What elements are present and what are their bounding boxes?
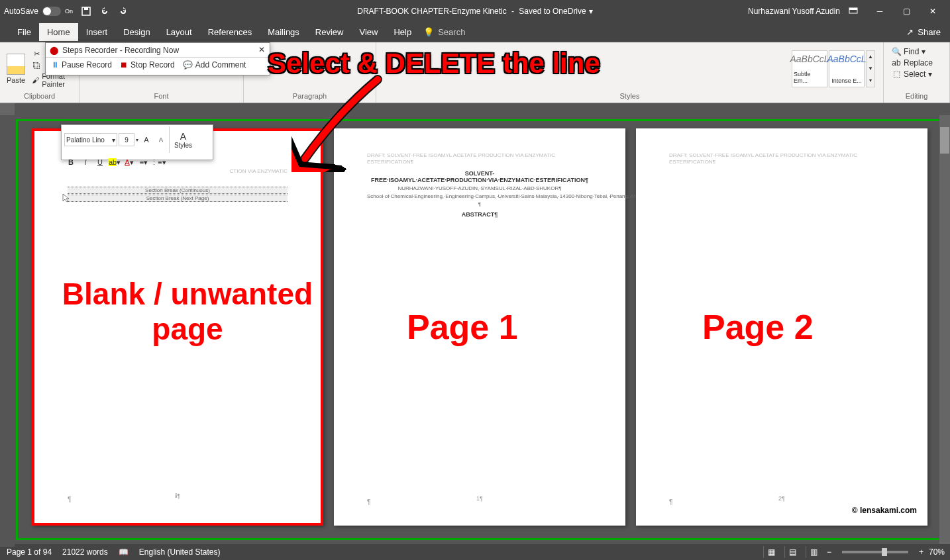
zoom-slider[interactable]: [842, 551, 908, 553]
document-title: DRAFT-BOOK CHAPTER-Enzyme Kinetic - Save…: [357, 7, 592, 16]
tab-file[interactable]: File: [9, 23, 39, 41]
search-box[interactable]: 💡 Search: [423, 27, 465, 37]
zoom-level[interactable]: 70%: [929, 547, 945, 557]
stop-record-button[interactable]: ⏹Stop Record: [120, 60, 175, 70]
toggle-switch[interactable]: [42, 7, 61, 16]
page-2[interactable]: DRAFT: SOLVENT-FREE ISOAMYL ACETATE PROD…: [636, 128, 927, 526]
lightbulb-icon: 💡: [423, 27, 434, 37]
autosave-toggle[interactable]: AutoSave On: [4, 7, 73, 16]
highlight-button[interactable]: ab▾: [108, 156, 121, 169]
print-layout-button[interactable]: ▤: [784, 546, 800, 558]
paragraph-mark: ¶: [367, 498, 370, 506]
paste-icon: [7, 54, 25, 75]
replace-button[interactable]: abReplace: [890, 58, 943, 68]
style-name: Intense E...: [831, 77, 862, 84]
share-icon: ↗: [906, 27, 914, 37]
add-comment-button[interactable]: 💬Add Comment: [183, 60, 246, 70]
maximize-button[interactable]: ▢: [893, 2, 920, 21]
stop-label: Stop Record: [131, 60, 175, 70]
page-1[interactable]: DRAFT: SOLVENT-FREE ISOAMYL ACETATE PROD…: [334, 128, 625, 526]
find-label: Find: [904, 47, 919, 56]
mini-styles-label: Styles: [174, 142, 192, 149]
numbering-button[interactable]: ⋮≡▾: [152, 156, 165, 169]
font-color-button[interactable]: A▾: [123, 156, 136, 169]
para-mark: ¶: [367, 201, 592, 207]
zoom-out-button[interactable]: −: [827, 547, 831, 557]
save-icon[interactable]: [81, 6, 91, 17]
zoom-thumb[interactable]: [882, 548, 887, 556]
horizontal-ruler[interactable]: [0, 103, 950, 115]
tab-mailings[interactable]: Mailings: [260, 23, 307, 41]
tab-layout[interactable]: Layout: [158, 23, 200, 41]
styles-gallery[interactable]: AaBbCcL Subtle Em... AaBbCcL Intense E..…: [792, 50, 875, 87]
tab-references[interactable]: References: [200, 23, 260, 41]
page-footer: 2¶: [636, 495, 927, 502]
bullets-button[interactable]: ≡▾: [137, 156, 150, 169]
share-button[interactable]: ↗ Share: [906, 27, 941, 37]
doc-authors: NURHAZWANI·YUSOFF·AZUDIN,·SYAMSUL·RIZAL·…: [367, 185, 592, 191]
select-label: Select: [904, 70, 925, 79]
select-button[interactable]: ⬚Select▾: [890, 69, 943, 79]
section-break-continuous[interactable]: Section Break (Continuous): [68, 187, 288, 194]
save-status[interactable]: Saved to OneDrive: [519, 7, 586, 16]
scrollbar-thumb[interactable]: [940, 127, 949, 154]
redo-icon[interactable]: [118, 6, 129, 17]
ribbon-display-icon[interactable]: [848, 6, 859, 17]
shrink-font-button[interactable]: A: [154, 133, 168, 146]
mini-toolbar[interactable]: Palatino Lino▾ 9 ▾ A A AStyles B I U ab▾…: [61, 124, 213, 160]
spellcheck-icon[interactable]: 📖: [119, 547, 129, 557]
underline-button[interactable]: U: [93, 156, 107, 169]
style-name: Subtle Em...: [794, 71, 825, 84]
comment-label: Add Comment: [195, 60, 246, 70]
titlebar: AutoSave On DRAFT-BOOK CHAPTER-Enzyme Ki…: [0, 0, 950, 23]
paragraph-mark: ¶: [669, 498, 672, 506]
document-area[interactable]: Palatino Lino▾ 9 ▾ A A AStyles B I U ab▾…: [0, 115, 950, 547]
bold-button[interactable]: B: [64, 156, 78, 169]
cut-icon: ✂: [32, 50, 41, 59]
find-button[interactable]: 🔍Find▾: [890, 46, 943, 57]
clipboard-label: Clipboard: [4, 92, 75, 101]
doc-title-text: SOLVENT-FREE·ISOAMYL·ACETATE·PRODUCTION·…: [367, 170, 592, 183]
section-break-next-page[interactable]: Section Break (Next Page): [68, 195, 288, 202]
read-mode-button[interactable]: ▦: [763, 546, 779, 558]
undo-icon[interactable]: [99, 6, 110, 17]
pause-record-button[interactable]: ⏸Pause Record: [51, 60, 112, 70]
tab-home[interactable]: Home: [39, 23, 78, 41]
chevron-down-icon[interactable]: ▾: [589, 7, 593, 16]
italic-button[interactable]: I: [79, 156, 92, 169]
tab-review[interactable]: Review: [307, 23, 352, 41]
word-count[interactable]: 21022 words: [62, 547, 108, 557]
styles-expand[interactable]: ▲▼▾: [866, 50, 875, 87]
style-intense-emphasis[interactable]: AaBbCcL Intense E...: [829, 50, 865, 87]
mini-font-selector[interactable]: Palatino Lino▾: [64, 133, 117, 146]
user-name[interactable]: Nurhazwani Yusoff Azudin: [748, 7, 840, 16]
pause-icon: ⏸: [51, 60, 59, 70]
font-label: Font: [83, 92, 239, 101]
steps-recorder-close[interactable]: ✕: [256, 44, 267, 55]
vertical-ruler[interactable]: [0, 115, 15, 547]
page-blank[interactable]: Palatino Lino▾ 9 ▾ A A AStyles B I U ab▾…: [32, 128, 323, 526]
language-indicator[interactable]: English (United States): [139, 547, 221, 557]
web-layout-button[interactable]: ▥: [806, 546, 821, 558]
paste-button[interactable]: Paste: [4, 52, 28, 85]
mini-font-size[interactable]: 9: [119, 133, 134, 146]
abstract-heading: ABSTRACT¶: [367, 211, 592, 218]
steps-recorder-titlebar[interactable]: ⬤ Steps Recorder - Recording Now ✕: [46, 43, 270, 58]
style-subtle-emphasis[interactable]: AaBbCcL Subtle Em...: [792, 50, 827, 87]
page-header: DRAFT: SOLVENT-FREE ISOAMYL ACETATE PROD…: [367, 152, 592, 166]
tab-design[interactable]: Design: [115, 23, 158, 41]
tab-help[interactable]: Help: [386, 23, 419, 41]
page-count[interactable]: Page 1 of 94: [7, 547, 52, 557]
mini-styles-button[interactable]: AStyles: [169, 126, 197, 153]
grow-font-button[interactable]: A: [140, 133, 153, 146]
minimize-button[interactable]: ─: [867, 2, 893, 21]
close-button[interactable]: ✕: [920, 2, 946, 21]
tab-insert[interactable]: Insert: [78, 23, 116, 41]
ruler-corner: [0, 103, 15, 115]
zoom-in-button[interactable]: +: [919, 547, 924, 557]
tab-view[interactable]: View: [351, 23, 386, 41]
vertical-scrollbar[interactable]: [939, 115, 950, 547]
page-footer: ii¶: [34, 492, 321, 499]
steps-recorder-window[interactable]: ⬤ Steps Recorder - Recording Now ✕ ⏸Paus…: [45, 42, 270, 75]
editing-label: Editing: [888, 92, 945, 101]
